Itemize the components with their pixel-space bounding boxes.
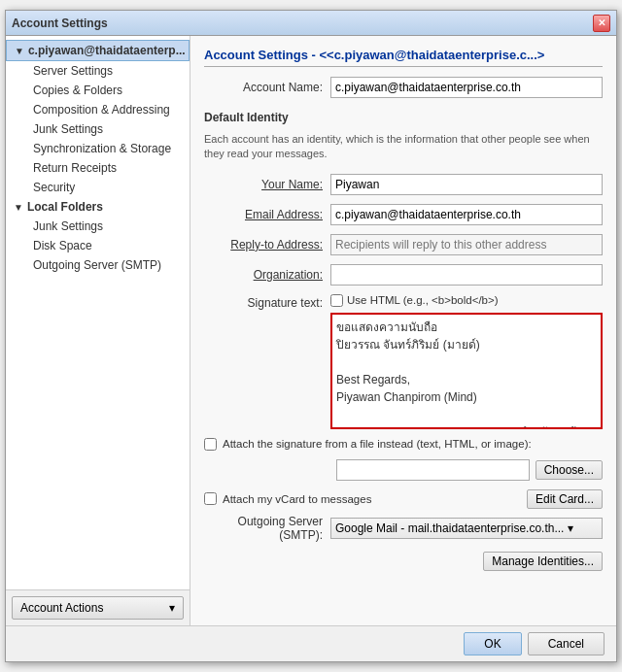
organization-label: Organization: [204,268,330,282]
smtp-value: Google Mail - mail.thaidataenterprise.co… [335,521,573,535]
edit-card-button[interactable]: Edit Card... [527,489,603,509]
signature-controls: Use HTML (e.g., <b>bold</b>) ขอแสดงความน… [330,294,603,429]
sidebar-item-server-settings[interactable]: Server Settings [6,61,190,81]
account-name-input[interactable] [330,77,603,98]
attach-sig-row: Attach the signature from a file instead… [204,438,603,451]
cancel-button[interactable]: Cancel [528,632,605,655]
account-name-label: Account Name: [204,81,330,94]
content-area: ▼ c.piyawan@thaidataenterp... Server Set… [6,36,616,625]
account-actions-arrow-icon: ▾ [169,601,175,615]
html-checkbox-label: Use HTML (e.g., <b>bold</b>) [347,294,499,306]
default-identity-desc: Each account has an identity, which is t… [204,132,603,162]
organization-row: Organization: [204,264,603,286]
vcard-checkbox[interactable] [204,492,217,505]
organization-input[interactable] [330,264,603,286]
sidebar-item-composition-addressing[interactable]: Composition & Addressing [6,100,190,119]
email-address-label: Email Address: [204,208,330,221]
reply-to-row: Reply-to Address: [204,234,603,255]
attach-sig-file-row: Choose... [204,459,603,481]
tree-arrow-local: ▼ [14,202,23,213]
account-actions-label: Account Actions [20,601,103,615]
sidebar-item-local-junk[interactable]: Junk Settings [6,217,190,236]
sidebar-item-return-receipts[interactable]: Return Receipts [6,158,190,178]
account-settings-window: Account Settings ✕ ▼ c.piyawan@thaidatae… [5,10,617,662]
sidebar-item-sync-storage[interactable]: Synchronization & Storage [6,139,190,158]
default-identity-header: Default Identity [204,111,603,124]
sidebar-local-folders[interactable]: ▼ Local Folders [6,197,190,217]
email-address-input[interactable] [330,204,603,225]
title-bar: Account Settings ✕ [6,11,616,36]
your-name-input[interactable] [330,174,603,195]
footer: OK Cancel [6,625,616,661]
sidebar-item-disk-space[interactable]: Disk Space [6,236,190,255]
manage-identities-button[interactable]: Manage Identities... [483,552,603,571]
sidebar-item-security[interactable]: Security [6,178,190,197]
main-panel: Account Settings - <<c.piyawan@thaidatae… [190,36,616,625]
signature-textarea[interactable]: ขอแสดงความนับถือ ปิยวรรณ จันทร์ภิริมย์ (… [330,313,603,429]
html-checkbox[interactable] [330,294,343,307]
sidebar-account-label: c.piyawan@thaidataenterp... [28,44,186,57]
window-title: Account Settings [12,17,108,30]
html-checkbox-row: Use HTML (e.g., <b>bold</b>) [330,294,603,307]
your-name-label: Your Name: [204,178,330,191]
sidebar-account-item[interactable]: ▼ c.piyawan@thaidataenterp... [6,40,190,61]
smtp-row: Outgoing Server (SMTP): Google Mail - ma… [204,515,603,542]
email-address-row: Email Address: [204,204,603,225]
reply-to-input[interactable] [330,234,603,255]
sidebar-item-copies-folders[interactable]: Copies & Folders [6,81,190,100]
account-actions-button[interactable]: Account Actions ▾ [12,596,184,620]
vcard-row: Attach my vCard to messages Edit Card... [204,489,603,509]
smtp-label: Outgoing Server (SMTP): [204,515,330,542]
panel-title: Account Settings - <<c.piyawan@thaidatae… [204,48,603,67]
signature-row: Signature text: Use HTML (e.g., <b>bold<… [204,294,603,429]
vcard-label: Attach my vCard to messages [223,493,521,505]
sidebar: ▼ c.piyawan@thaidataenterp... Server Set… [6,36,190,625]
attach-sig-label: Attach the signature from a file instead… [223,438,532,450]
attach-sig-checkbox[interactable] [204,438,217,451]
attach-sig-file-input[interactable] [336,459,530,481]
your-name-row: Your Name: [204,174,603,195]
reply-to-label: Reply-to Address: [204,238,330,252]
choose-button[interactable]: Choose... [536,460,603,480]
ok-button[interactable]: OK [464,632,521,655]
close-button[interactable]: ✕ [593,15,610,32]
tree-arrow-account: ▼ [15,46,24,56]
signature-text-label: Signature text: [204,294,330,310]
sidebar-bottom: Account Actions ▾ [6,589,190,625]
smtp-select[interactable]: Google Mail - mail.thaidataenterprise.co… [330,518,603,539]
sidebar-tree: ▼ c.piyawan@thaidataenterp... Server Set… [6,36,190,589]
sidebar-item-junk-settings[interactable]: Junk Settings [6,119,190,139]
manage-identities-row: Manage Identities... [204,552,603,571]
account-name-row: Account Name: [204,77,603,98]
sidebar-item-outgoing-smtp[interactable]: Outgoing Server (SMTP) [6,255,190,275]
